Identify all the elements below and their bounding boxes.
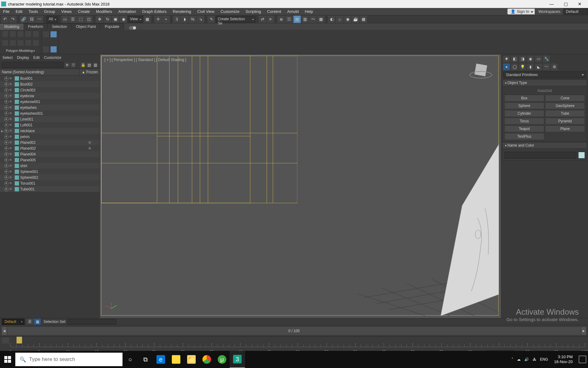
menu-animation[interactable]: Animation [115,8,139,15]
visibility-icon[interactable] [4,140,9,145]
visibility-icon[interactable] [4,187,9,191]
freeze-icon[interactable]: ❄ [9,117,13,121]
menu-create[interactable]: Create [75,8,93,15]
visibility-icon[interactable] [4,170,9,174]
edit-named-button[interactable]: ✎ [208,16,215,23]
visibility-icon[interactable] [4,82,9,86]
se-menu-display[interactable]: Display [17,56,29,60]
modify-tab[interactable]: ◧ [511,56,518,62]
motion-tab[interactable]: ◉ [527,56,534,62]
scene-item[interactable]: ❄Circle001 [0,87,100,93]
primitive-category-dropdown[interactable]: Standard Primitives [503,71,586,78]
visibility-icon[interactable] [4,146,9,151]
ribbon-tab-freeform[interactable]: Freeform [24,23,48,30]
select-by-name-button[interactable]: ☰ [69,16,77,23]
edge-app[interactable]: e [153,351,168,368]
maximize-button[interactable]: ▢ [559,0,573,8]
link-button[interactable]: 🔗 [20,16,27,23]
display-tab[interactable]: ▭ [535,56,542,62]
menu-civil-view[interactable]: Civil View [194,8,217,15]
col-header-name[interactable]: Name (Sorted Ascending) [0,69,79,75]
taskbar-search[interactable]: 🔍 Type here to search [15,353,123,366]
primitive-box[interactable]: Box [504,95,544,102]
rollout-object-type[interactable]: Object Type [502,79,587,86]
use-center-button[interactable]: ▦ [144,16,151,23]
placement-button[interactable]: ◉ [120,16,127,23]
scene-item[interactable]: ❄eyelashes [0,105,100,110]
utorrent-app[interactable]: μ [214,351,230,368]
ribbon-btn[interactable] [2,31,9,37]
freeze-icon[interactable]: ❄ [9,76,13,80]
visibility-icon[interactable] [4,135,9,139]
primitive-tube[interactable]: Tube [545,110,585,117]
primitive-pyramid[interactable]: Pyramid [545,118,585,125]
rotate-button[interactable]: ↻ [104,16,111,23]
render-setup-button[interactable]: ☼ [336,16,343,23]
menu-customize[interactable]: Customize [217,8,242,15]
manipulate-button[interactable]: ✛ [154,16,162,23]
tray-volume-icon[interactable]: 🔊 [524,357,529,362]
notifications-button[interactable] [579,356,586,363]
ribbon-tab-selection[interactable]: Selection [47,23,71,30]
curve-editor-button[interactable]: 〜 [309,16,317,23]
minimize-button[interactable]: — [545,0,559,8]
primitive-sphere[interactable]: Sphere [504,102,544,109]
se-menu-select[interactable]: Select [2,56,13,60]
scene-item[interactable]: ▸❄necklace [0,128,100,134]
ribbon-btn[interactable] [50,46,57,53]
helpers-cat[interactable]: ◣ [535,63,542,70]
snap-button[interactable]: 3 [173,16,180,23]
visibility-icon[interactable] [4,105,9,110]
ribbon-btn[interactable] [32,31,39,37]
visibility-icon[interactable] [4,100,9,104]
schematic-button[interactable]: ▦ [317,16,325,23]
layer-explorer-button[interactable]: ☷ [285,16,293,23]
visibility-icon[interactable] [4,129,9,133]
visibility-icon[interactable] [4,117,9,121]
redo-button[interactable]: ↷ [9,16,17,23]
freeze-icon[interactable]: ❄ [9,88,13,92]
sticky-notes-app[interactable] [168,351,184,368]
render-online-button[interactable]: ▦ [360,16,367,23]
render-button[interactable]: ☕ [352,16,359,23]
start-button[interactable] [0,351,15,368]
tray-lang[interactable]: ENG [540,357,548,362]
ribbon-btn[interactable] [17,31,24,37]
move-button[interactable]: ✥ [96,16,103,23]
scene-item[interactable]: ❄eyebrow [0,93,100,99]
scene-item[interactable]: ❄pelvis [0,134,100,140]
systems-cat[interactable]: ⚙ [551,63,558,70]
scene-item[interactable]: ❄shirt [0,163,100,169]
workspace-dropdown[interactable]: Default [563,8,588,15]
visibility-icon[interactable] [4,94,9,98]
unlink-button[interactable]: ⛓ [28,16,35,23]
visibility-icon[interactable] [4,158,9,162]
layers-button[interactable]: ≣ [277,16,285,23]
freeze-icon[interactable]: ❄ [9,170,13,174]
freeze-icon[interactable]: ❄ [9,123,13,127]
sign-in-button[interactable]: 👤 Sign In [507,9,534,14]
ribbon-tab-object-paint[interactable]: Object Paint [72,23,100,30]
scene-item[interactable]: ❄Torus001 [0,180,100,186]
object-name-input[interactable] [504,152,576,159]
menu-views[interactable]: Views [58,8,75,15]
freeze-icon[interactable]: ❄ [9,164,13,168]
tray-cloud-icon[interactable]: ☁ [517,357,521,362]
se-menu-customize[interactable]: Customize [44,56,61,60]
time-next-button[interactable]: ► [581,327,586,335]
ref-coord-dropdown[interactable]: View [128,16,143,23]
ribbon-btn[interactable] [17,40,24,46]
create-selection-set-dropdown[interactable]: Create Selection Se [216,16,255,23]
time-ruler[interactable]: 0510152025303540455055606570758085909510… [0,336,588,351]
visibility-icon[interactable] [4,175,9,180]
ribbon-btn[interactable] [25,31,32,37]
rollout-name-color[interactable]: Name and Color [502,142,587,149]
ribbon-btn[interactable] [25,40,32,46]
primitive-cone[interactable]: Cone [545,95,585,102]
view-cube[interactable] [469,61,492,80]
ribbon-btn[interactable] [32,40,39,46]
bind-button[interactable]: 〰 [36,16,43,23]
time-prev-button[interactable]: ◄ [2,327,7,335]
angle-snap-button[interactable]: ◗ [181,16,188,23]
ribbon-btn[interactable] [43,31,49,38]
